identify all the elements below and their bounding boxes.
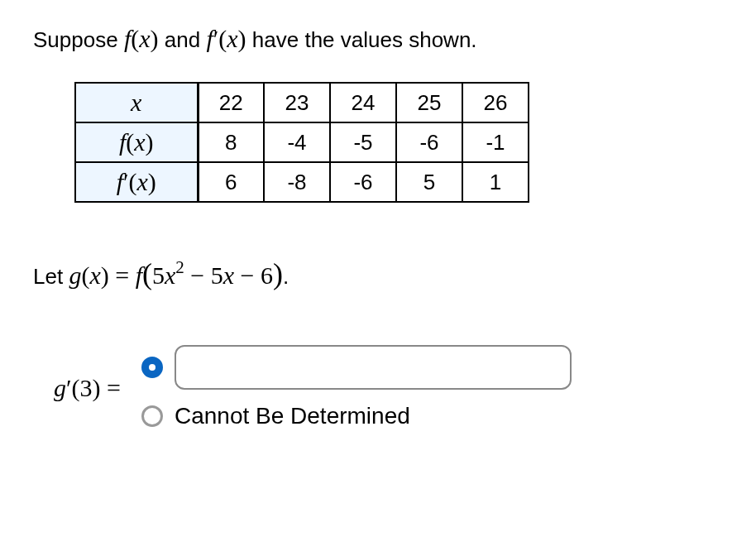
prompt-mid: and	[159, 27, 207, 52]
values-table-wrap: x 22 23 24 25 26 f(x) 8 -4 -5 -6 -1 f′(x…	[74, 82, 723, 203]
prompt-prefix: Suppose	[33, 27, 124, 52]
cell: 23	[264, 83, 330, 122]
rhs-expr: f(5x2 − 5x − 6)	[136, 261, 283, 289]
answer-options: Cannot Be Determined	[141, 345, 572, 429]
row-header-fx: f(x)	[75, 122, 198, 162]
table-row: f′(x) 6 -8 -6 5 1	[75, 162, 529, 202]
table-row: f(x) 8 -4 -5 -6 -1	[75, 122, 529, 162]
let-prefix: Let	[33, 264, 69, 289]
cell: 22	[198, 83, 264, 122]
table-row: x 22 23 24 25 26	[75, 83, 529, 122]
values-table: x 22 23 24 25 26 f(x) 8 -4 -5 -6 -1 f′(x…	[74, 82, 529, 203]
cell: -6	[330, 162, 396, 202]
answer-input[interactable]	[175, 345, 572, 390]
cell: 26	[462, 83, 529, 122]
cannot-label[interactable]: Cannot Be Determined	[175, 403, 410, 429]
cell: 25	[396, 83, 462, 122]
prompt-line: Suppose f(x) and f′(x) have the values s…	[33, 25, 723, 53]
cell: -8	[264, 162, 330, 202]
radio-value[interactable]	[141, 357, 163, 378]
cell: 1	[462, 162, 529, 202]
option-value-row	[141, 345, 572, 390]
prompt-suffix: have the values shown.	[246, 27, 477, 52]
let-period: .	[283, 264, 289, 289]
fx-symbol: f(x)	[124, 25, 159, 52]
radio-cannot[interactable]	[141, 405, 163, 427]
answer-row: g′(3) = Cannot Be Determined	[54, 345, 723, 429]
cell: -5	[330, 122, 396, 162]
row-header-x: x	[75, 83, 198, 122]
gx-symbol: g(x)	[69, 261, 108, 289]
let-line: Let g(x) = f(5x2 − 5x − 6).	[33, 256, 723, 291]
cell: -1	[462, 122, 529, 162]
fprimex-symbol: f′(x)	[206, 25, 246, 52]
cell: -4	[264, 122, 330, 162]
row-header-fprimex: f′(x)	[75, 162, 198, 202]
cell: -6	[396, 122, 462, 162]
equals: =	[109, 261, 136, 289]
answer-label: g′(3) =	[54, 372, 121, 403]
cell: 5	[396, 162, 462, 202]
cell: 8	[198, 122, 264, 162]
cell: 24	[330, 83, 396, 122]
cell: 6	[198, 162, 264, 202]
option-cannot-row: Cannot Be Determined	[141, 403, 572, 429]
